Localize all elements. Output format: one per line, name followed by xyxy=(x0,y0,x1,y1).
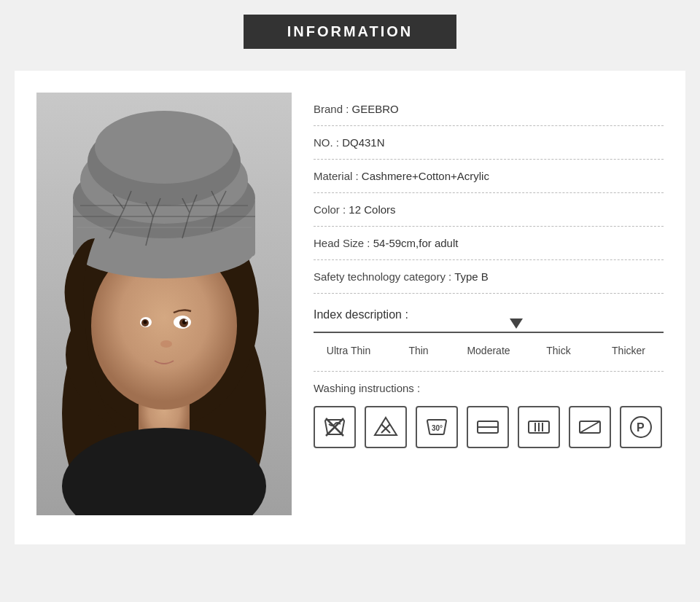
no-value: DQ431N xyxy=(342,136,384,149)
color-label: Color : xyxy=(314,203,349,216)
material-row: Material : Cashmere+Cotton+Acrylic xyxy=(314,160,664,193)
flat-dry-icon xyxy=(467,406,509,448)
no-row: NO. : DQ431N xyxy=(314,126,664,160)
hang-dry-svg xyxy=(526,414,552,440)
level-moderate: Moderate xyxy=(454,345,524,356)
scale-labels: Ultra Thin Thin Moderate Thick Thicker xyxy=(314,339,664,356)
diagonal-svg xyxy=(577,414,603,440)
safety-row: Safety technology category : Type B xyxy=(314,260,664,294)
color-value: 12 Colors xyxy=(349,203,395,216)
flat-dry-svg xyxy=(475,414,501,440)
head-size-row: Head Size : 54-59cm,for adult xyxy=(314,227,664,260)
wash-30-svg: 30° xyxy=(424,414,450,440)
section-divider xyxy=(314,371,664,372)
svg-point-31 xyxy=(160,340,172,348)
safety-value: Type B xyxy=(454,270,489,283)
level-thick: Thick xyxy=(524,345,594,356)
safety-label: Safety technology category : xyxy=(314,270,454,283)
product-svg xyxy=(36,93,292,515)
head-size-label: Head Size : xyxy=(314,237,373,249)
level-thin: Thin xyxy=(384,345,454,356)
index-title: Index description : xyxy=(314,308,664,321)
material-value: Cashmere+Cotton+Acrylic xyxy=(362,170,489,182)
svg-line-48 xyxy=(580,421,600,433)
color-row: Color : 12 Colors xyxy=(314,193,664,227)
head-size-value: 54-59cm,for adult xyxy=(373,237,459,249)
no-bleach-icon xyxy=(365,406,407,448)
brand-row: Brand : GEEBRO xyxy=(314,93,664,126)
no-bleach-svg xyxy=(373,414,399,440)
p-clean-svg: P xyxy=(628,414,654,440)
material-label: Material : xyxy=(314,170,362,182)
scale-arrow xyxy=(510,318,523,329)
title-bar: INFORMATION xyxy=(0,15,700,49)
no-label: NO. : xyxy=(314,136,342,149)
svg-text:30°: 30° xyxy=(432,424,443,432)
svg-marker-37 xyxy=(375,418,397,435)
no-wash-svg xyxy=(322,414,348,440)
brand-label: Brand : xyxy=(314,103,352,115)
no-wash-icon xyxy=(314,406,356,448)
page-wrapper: INFORMATION xyxy=(0,0,700,566)
scale-container xyxy=(314,332,664,333)
washing-title: Washing instructions : xyxy=(314,382,664,394)
index-section: Index description : Ultra Thin Thin Mode… xyxy=(314,308,664,356)
index-title-text: Index description xyxy=(314,308,402,321)
washing-icons: 30° xyxy=(314,406,664,448)
scale-line xyxy=(314,332,664,333)
brand-value: GEEBRO xyxy=(352,103,399,115)
level-ultra-thin: Ultra Thin xyxy=(314,345,384,356)
diagonal-icon xyxy=(569,406,611,448)
hang-dry-icon xyxy=(518,406,560,448)
product-image xyxy=(36,93,292,515)
svg-point-30 xyxy=(185,320,187,322)
svg-text:P: P xyxy=(637,421,645,434)
p-clean-icon: P xyxy=(620,406,662,448)
index-colon: : xyxy=(402,308,408,321)
wash-30-icon: 30° xyxy=(416,406,458,448)
page-title: INFORMATION xyxy=(244,15,457,49)
svg-point-34 xyxy=(144,321,147,324)
info-section: Brand : GEEBRO NO. : DQ431N Material : C… xyxy=(314,93,664,515)
svg-point-11 xyxy=(95,111,233,184)
hat-image-bg xyxy=(36,93,292,515)
level-thicker: Thicker xyxy=(594,345,664,356)
content-panel: Brand : GEEBRO NO. : DQ431N Material : C… xyxy=(15,71,685,544)
